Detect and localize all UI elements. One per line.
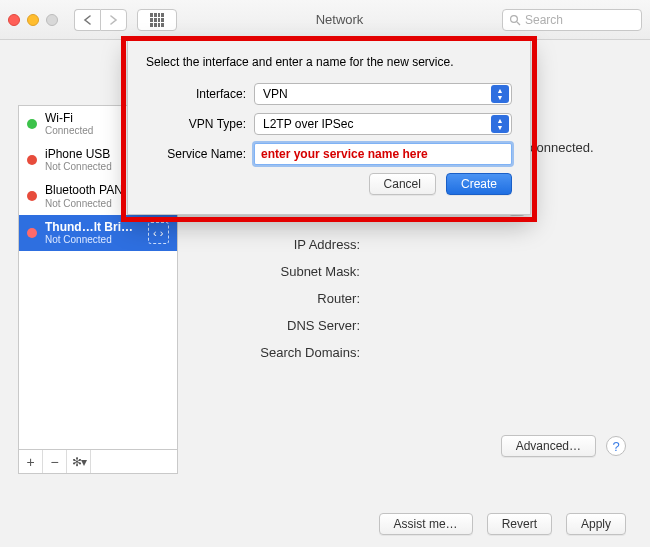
sidebar-item-status: Not Connected xyxy=(45,234,140,245)
gear-icon: ✻▾ xyxy=(72,455,86,469)
interface-select[interactable]: VPN ▲▼ xyxy=(254,83,512,105)
search-domains-label: Search Domains: xyxy=(200,345,360,360)
minimize-icon[interactable] xyxy=(27,14,39,26)
interface-select-value: VPN xyxy=(263,87,288,101)
grid-icon xyxy=(150,13,164,27)
nav-buttons xyxy=(74,9,127,31)
sidebar-item-name: iPhone USB xyxy=(45,148,112,161)
zoom-icon[interactable] xyxy=(46,14,58,26)
sidebar-item-name: Thund…lt Bridge xyxy=(45,221,140,234)
service-name-input[interactable] xyxy=(254,143,512,165)
search-input[interactable]: Search xyxy=(502,9,642,31)
sidebar-item-name: Wi-Fi xyxy=(45,112,93,125)
window-controls xyxy=(8,14,58,26)
show-all-button[interactable] xyxy=(137,9,177,31)
svg-point-0 xyxy=(511,15,518,22)
router-label: Router: xyxy=(200,291,360,306)
footer-buttons: Assist me… Revert Apply xyxy=(379,513,626,535)
vpn-type-select[interactable]: L2TP over IPSec ▲▼ xyxy=(254,113,512,135)
status-connected-text: connected. xyxy=(530,140,594,155)
vpn-type-label: VPN Type: xyxy=(146,117,246,131)
advanced-button[interactable]: Advanced… xyxy=(501,435,596,457)
interface-details: IP Address: Subnet Mask: Router: DNS Ser… xyxy=(200,237,360,372)
new-service-sheet: Select the interface and enter a name fo… xyxy=(127,40,531,215)
ip-address-label: IP Address: xyxy=(200,237,360,252)
help-button[interactable]: ? xyxy=(606,436,626,456)
svg-line-1 xyxy=(517,22,520,25)
window-title: Network xyxy=(187,12,492,27)
cancel-button[interactable]: Cancel xyxy=(369,173,436,195)
status-dot-icon xyxy=(27,119,37,129)
reorder-handle-icon[interactable]: ‹ › xyxy=(148,222,169,244)
sidebar-item-status: Not Connected xyxy=(45,198,123,209)
search-placeholder: Search xyxy=(525,13,563,27)
apply-button[interactable]: Apply xyxy=(566,513,626,535)
content: Wi-Fi Connected iPhone USB Not Connected… xyxy=(0,40,650,547)
subnet-mask-label: Subnet Mask: xyxy=(200,264,360,279)
chevron-updown-icon: ▲▼ xyxy=(491,115,509,133)
status-dot-icon xyxy=(27,191,37,201)
sidebar-item-status: Not Connected xyxy=(45,161,112,172)
sheet-prompt: Select the interface and enter a name fo… xyxy=(146,55,512,69)
sidebar-item-status: Connected xyxy=(45,125,93,136)
chevron-updown-icon: ▲▼ xyxy=(491,85,509,103)
status-dot-icon xyxy=(27,228,37,238)
forward-button[interactable] xyxy=(100,9,127,31)
back-button[interactable] xyxy=(74,9,100,31)
sidebar-tools: + − ✻▾ xyxy=(18,450,178,474)
remove-service-button[interactable]: − xyxy=(43,450,67,473)
sidebar-item-thunderbolt-bridge[interactable]: Thund…lt Bridge Not Connected ‹ › xyxy=(19,215,177,251)
assist-me-button[interactable]: Assist me… xyxy=(379,513,473,535)
status-dot-icon xyxy=(27,155,37,165)
vpn-type-select-value: L2TP over IPSec xyxy=(263,117,354,131)
titlebar: Network Search xyxy=(0,0,650,40)
revert-button[interactable]: Revert xyxy=(487,513,552,535)
sidebar-item-name: Bluetooth PAN xyxy=(45,184,123,197)
interface-label: Interface: xyxy=(146,87,246,101)
add-service-button[interactable]: + xyxy=(19,450,43,473)
service-name-label: Service Name: xyxy=(146,147,246,161)
dns-server-label: DNS Server: xyxy=(200,318,360,333)
service-options-button[interactable]: ✻▾ xyxy=(67,450,91,473)
close-icon[interactable] xyxy=(8,14,20,26)
create-button[interactable]: Create xyxy=(446,173,512,195)
search-icon xyxy=(509,14,521,26)
